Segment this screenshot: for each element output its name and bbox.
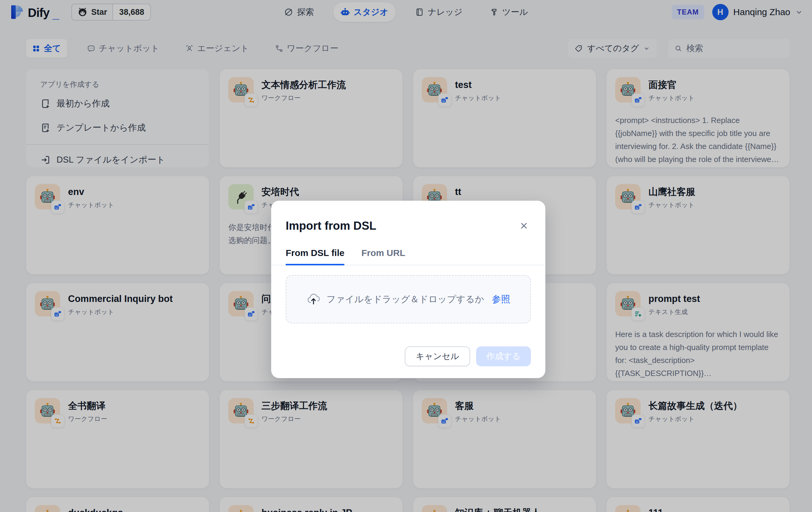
close-button[interactable] bbox=[517, 219, 531, 233]
cloud-upload-icon bbox=[307, 292, 320, 306]
tab-from-dsl-file[interactable]: From DSL file bbox=[286, 248, 344, 265]
modal-title: Import from DSL bbox=[286, 219, 376, 233]
tab-from-url[interactable]: From URL bbox=[361, 248, 405, 265]
browse-link[interactable]: 参照 bbox=[492, 293, 510, 306]
file-dropzone[interactable]: ファイルをドラッグ＆ドロップするか 参照 bbox=[286, 275, 531, 323]
import-dsl-modal: Import from DSL From DSL file From URL フ… bbox=[271, 201, 545, 378]
dropzone-text: ファイルをドラッグ＆ドロップするか bbox=[326, 293, 484, 306]
modal-tabs: From DSL file From URL bbox=[271, 248, 545, 265]
cancel-button[interactable]: キャンセル bbox=[405, 347, 470, 366]
close-icon bbox=[519, 221, 529, 231]
create-button[interactable]: 作成する bbox=[476, 347, 531, 366]
